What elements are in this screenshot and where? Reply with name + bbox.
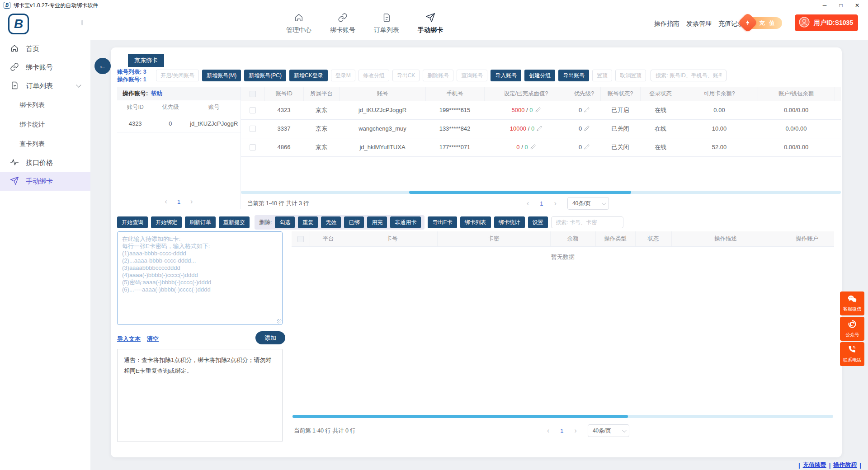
account-link[interactable]: wangcheng3_muy <box>340 119 425 138</box>
refresh-order-button[interactable]: 刷新订单 <box>185 216 216 228</box>
delete-bound-button[interactable]: 已绑 <box>344 216 364 228</box>
start-query-button[interactable]: 开始查询 <box>117 216 148 228</box>
row-checkbox[interactable] <box>250 126 256 132</box>
sidebar-subitem-card-query-list[interactable]: 查卡列表 <box>0 134 90 154</box>
page-number[interactable]: 1 <box>540 200 543 207</box>
pin-top-button[interactable]: 置顶 <box>592 70 612 81</box>
nav-item-order-list[interactable]: 订单列表 <box>372 13 401 34</box>
modify-group-button[interactable]: 修改分组 <box>359 70 389 81</box>
prev-page-icon[interactable]: ‹ <box>165 198 167 205</box>
row-checkbox[interactable] <box>250 107 256 113</box>
accounts-hscrollbar[interactable] <box>241 191 841 194</box>
edit-icon[interactable] <box>530 144 536 151</box>
toggle-account-button[interactable]: 开启/关闭账号 <box>156 70 199 81</box>
next-page-icon[interactable]: › <box>575 427 577 434</box>
row-checkbox[interactable] <box>250 144 256 150</box>
resubmit-button[interactable]: 重新提交 <box>219 216 250 228</box>
add-account-pc-button[interactable]: 新增账号(PC) <box>244 70 286 81</box>
bind-stats-button[interactable]: 绑卡统计 <box>494 216 525 228</box>
start-bind-button[interactable]: 开始绑定 <box>151 216 182 228</box>
page-size-select[interactable]: 40条/页 <box>567 197 609 210</box>
delete-used-button[interactable]: 用完 <box>367 216 387 228</box>
nav-item-management-center[interactable]: 管理中心 <box>284 13 314 34</box>
import-account-button[interactable]: 导入账号 <box>491 70 521 81</box>
add-ck-login-button[interactable]: 新增CK登录 <box>289 70 328 81</box>
prev-page-icon[interactable]: ‹ <box>547 427 549 434</box>
select-all-checkbox[interactable] <box>250 91 256 97</box>
cards-pagination: ‹ 1 › 40条/页 <box>547 423 629 439</box>
sidebar-item-api-price[interactable]: 接口价格 <box>0 154 90 172</box>
add-button[interactable]: 添加 <box>255 331 285 344</box>
export-account-button[interactable]: 导出账号 <box>558 70 589 81</box>
select-all-checkbox[interactable] <box>297 236 304 242</box>
ecard-input[interactable] <box>117 231 283 325</box>
unpin-top-button[interactable]: 取消置顶 <box>615 70 646 81</box>
operate-account-row[interactable]: 4323 0 jd_tKUZJcPJoggR <box>117 115 241 132</box>
sidebar-subitem-bind-list[interactable]: 绑卡列表 <box>0 95 90 115</box>
settings-button[interactable]: 设置 <box>528 216 548 228</box>
separator: | <box>829 462 831 469</box>
minimize-button[interactable]: ─ <box>816 0 833 10</box>
account-list-label: 账号列表: <box>117 69 142 75</box>
back-button[interactable]: ← <box>94 58 111 74</box>
export-ck-button[interactable]: 导出CK <box>392 70 420 81</box>
sidebar-item-home[interactable]: 首页 <box>0 40 90 58</box>
sidebar: 首页 绑卡账号 订单列表 绑卡列表 绑卡统计 查卡列表 接口价格 手动绑卡 <box>0 40 90 470</box>
sidebar-item-label: 绑卡账号 <box>26 63 53 72</box>
sidebar-item-bind-accounts[interactable]: 绑卡账号 <box>0 58 90 77</box>
chevron-down-icon <box>622 428 627 432</box>
clear-link[interactable]: 清空 <box>147 335 159 343</box>
wechat-support-button[interactable]: 客服微信 <box>840 291 864 315</box>
col-account-status: 账号状态? <box>600 87 640 101</box>
add-account-m-button[interactable]: 新增账号(M) <box>202 70 241 81</box>
page-number[interactable]: 1 <box>177 198 180 205</box>
account-link[interactable]: jd_hklMYuflTUXA <box>340 138 425 156</box>
create-group-button[interactable]: 创建分组 <box>524 70 555 81</box>
sidebar-item-order-list[interactable]: 订单列表 <box>0 77 90 95</box>
maximize-button[interactable]: □ <box>833 0 849 10</box>
accounts-toolbar: 开启/关闭账号 新增账号(M) 新增账号(PC) 新增CK登录 登录M 修改分组… <box>156 70 726 81</box>
page-number[interactable]: 1 <box>560 428 563 434</box>
edit-icon[interactable] <box>537 126 542 132</box>
page-size-select[interactable]: 40条/页 <box>588 424 629 437</box>
edit-icon[interactable] <box>584 126 590 132</box>
delete-invalid-button[interactable]: 无效 <box>321 216 341 228</box>
nav-item-bind-accounts[interactable]: 绑卡账号 <box>328 13 358 34</box>
help-link[interactable]: 帮助 <box>151 89 162 98</box>
edit-icon[interactable] <box>584 144 590 151</box>
guide-link[interactable]: 操作指南 <box>654 20 679 28</box>
recharge-renew-link[interactable]: 充值续费 <box>803 461 826 469</box>
query-account-button[interactable]: 查询账号 <box>457 70 487 81</box>
nav-item-manual-bind[interactable]: 手动绑卡 <box>415 13 445 34</box>
official-account-button[interactable]: 公众号 <box>840 317 864 341</box>
col-card-number: 卡号 <box>347 231 437 246</box>
delete-nongeneric-button[interactable]: 非通用卡 <box>390 216 421 228</box>
next-page-icon[interactable]: › <box>190 198 193 205</box>
export-ecard-button[interactable]: 导出E卡 <box>428 216 457 228</box>
sidebar-subitem-bind-stats[interactable]: 绑卡统计 <box>0 115 90 134</box>
delete-account-button[interactable]: 删除账号 <box>423 70 453 81</box>
invoice-link[interactable]: 发票管理 <box>686 20 712 28</box>
import-text-link[interactable]: 导入文本 <box>117 335 141 343</box>
next-page-icon[interactable]: › <box>554 200 557 207</box>
tab-jd-bind[interactable]: 京东绑卡 <box>128 54 164 67</box>
edit-icon[interactable] <box>584 107 590 114</box>
delete-duplicate-button[interactable]: 重复 <box>298 216 318 228</box>
prev-page-icon[interactable]: ‹ <box>527 200 529 207</box>
cards-hscrollbar[interactable] <box>292 415 833 418</box>
tutorial-link[interactable]: 操作教程 <box>833 461 857 469</box>
account-link[interactable]: jd_tKUZJcPJoggR <box>340 101 425 119</box>
operate-account-label: 操作账号: <box>117 76 142 83</box>
contact-phone-button[interactable]: 联系电话 <box>840 342 864 366</box>
recharge-button[interactable]: 充 值 <box>745 17 782 29</box>
close-button[interactable]: ✕ <box>849 0 865 10</box>
card-search-input[interactable] <box>551 216 623 228</box>
bind-list-button[interactable]: 绑卡列表 <box>460 216 491 228</box>
delete-checked-button[interactable]: 勾选 <box>275 216 295 228</box>
login-m-button[interactable]: 登录M <box>331 70 355 81</box>
account-search-input[interactable] <box>651 70 726 81</box>
edit-icon[interactable] <box>535 107 541 114</box>
sidebar-collapse-handle[interactable] <box>81 20 83 25</box>
user-id-button[interactable]: 用户ID:S1035 <box>795 14 858 31</box>
sidebar-item-manual-bind[interactable]: 手动绑卡 <box>0 172 90 191</box>
